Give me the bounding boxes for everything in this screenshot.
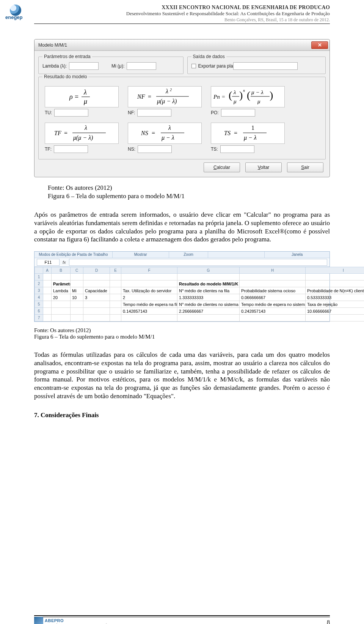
cell[interactable] [110, 294, 121, 301]
cell[interactable] [43, 294, 52, 301]
cell[interactable]: 10.66666667 [306, 308, 364, 315]
mi-input[interactable] [127, 62, 156, 70]
cell[interactable] [110, 287, 121, 294]
cell[interactable]: 0.533333333 [306, 294, 364, 301]
cell[interactable] [306, 280, 364, 287]
cell[interactable]: Lambda [52, 287, 71, 294]
cell[interactable] [240, 274, 306, 280]
row-header[interactable]: 1 [35, 274, 43, 280]
cell[interactable] [110, 274, 121, 280]
row-header[interactable]: 6 [35, 308, 43, 315]
row-header[interactable]: 2 [35, 280, 43, 287]
cell[interactable]: 2 [121, 294, 177, 301]
ts-output[interactable] [220, 145, 254, 153]
cell[interactable] [110, 280, 121, 287]
cell[interactable] [83, 308, 110, 315]
cell[interactable] [177, 274, 240, 280]
cell[interactable] [52, 315, 71, 321]
svg-text:=: = [64, 130, 67, 136]
cell[interactable] [71, 301, 83, 308]
row-header[interactable]: 5 [35, 301, 43, 308]
column-header[interactable]: D [83, 267, 110, 274]
cell[interactable] [121, 280, 177, 287]
row-header[interactable]: 4 [35, 294, 43, 301]
fx-icon[interactable]: fx [63, 260, 66, 265]
cell[interactable] [306, 274, 364, 280]
column-header[interactable]: C [71, 267, 83, 274]
row-header[interactable]: 7 [35, 315, 43, 321]
cell[interactable]: 0.242857143 [240, 308, 306, 315]
formula-input[interactable] [69, 259, 327, 266]
cell[interactable] [83, 301, 110, 308]
po-label: PO: [211, 110, 219, 115]
cell[interactable] [71, 280, 83, 287]
ns-output[interactable] [138, 145, 172, 153]
name-box[interactable]: F11 [37, 259, 60, 266]
cell[interactable]: Tempo médio de espera na fila [121, 301, 177, 308]
cell[interactable] [110, 301, 121, 308]
cell[interactable]: Nº médio de clientes na fila [177, 287, 240, 294]
tf-output[interactable] [54, 145, 88, 153]
cell[interactable] [52, 308, 71, 315]
cell[interactable]: Resultado do modelo M/M/1/K [177, 280, 240, 287]
cell[interactable] [306, 315, 364, 321]
cell[interactable] [83, 274, 110, 280]
cell[interactable] [71, 274, 83, 280]
cell[interactable] [240, 315, 306, 321]
row-header[interactable]: 3 [35, 287, 43, 294]
cell[interactable]: 3 [83, 294, 110, 301]
cell[interactable] [43, 308, 52, 315]
column-header[interactable]: A [43, 267, 52, 274]
export-path-input[interactable] [233, 62, 298, 70]
cell[interactable]: Tax. Utilização do servidor [121, 287, 177, 294]
cell[interactable]: Mi [71, 287, 83, 294]
column-header[interactable]: E [110, 267, 121, 274]
cell[interactable]: Probabilidade sistema ocioso [240, 287, 306, 294]
cell[interactable]: 20 [52, 294, 71, 301]
cell[interactable] [83, 280, 110, 287]
export-checkbox[interactable] [191, 64, 196, 68]
lambda-input[interactable] [69, 62, 99, 70]
po-output[interactable] [221, 109, 255, 117]
cell[interactable] [43, 280, 52, 287]
calcular-button[interactable]: CCalcularalcular [204, 162, 240, 172]
cell[interactable] [240, 280, 306, 287]
column-header[interactable]: G [177, 267, 240, 274]
cell[interactable]: Taxa de rejeição [306, 301, 364, 308]
cell[interactable] [43, 287, 52, 294]
voltar-button[interactable]: Voltar [245, 162, 282, 172]
column-header[interactable]: H [240, 267, 306, 274]
cell[interactable]: 0.066666667 [240, 294, 306, 301]
column-header[interactable]: F [121, 267, 177, 274]
cell[interactable] [43, 301, 52, 308]
cell[interactable]: 10 [71, 294, 83, 301]
sair-button[interactable]: Sair [287, 162, 323, 172]
cell[interactable] [43, 274, 52, 280]
cell[interactable] [121, 274, 177, 280]
cell[interactable] [110, 315, 121, 321]
conference-title: XXXII ENCONTRO NACIONAL DE ENGENHARIA DE… [34, 5, 330, 11]
cell[interactable] [71, 308, 83, 315]
column-header[interactable]: B [52, 267, 71, 274]
cell[interactable] [83, 315, 110, 321]
nf-output[interactable] [137, 109, 171, 117]
cell[interactable] [52, 274, 71, 280]
cell[interactable] [71, 315, 83, 321]
cell[interactable] [52, 301, 71, 308]
cell[interactable]: Parâmetros de entrada [52, 280, 71, 287]
cell[interactable]: Probabilidade de N(n=K) clientes no site… [306, 287, 364, 294]
cell[interactable] [43, 315, 52, 321]
cell[interactable]: Capacidade [83, 287, 110, 294]
cell[interactable]: Nº médio de clientes no sistema [177, 301, 240, 308]
cell[interactable] [121, 315, 177, 321]
cell[interactable]: 1.333333333 [177, 294, 240, 301]
cell[interactable]: 2.266666667 [177, 308, 240, 315]
cell[interactable]: Tempo médio de espera no sistema [240, 301, 306, 308]
column-header[interactable]: I [306, 267, 364, 274]
cell[interactable] [177, 315, 240, 321]
cell[interactable] [110, 308, 121, 315]
close-button[interactable]: ✕ [311, 41, 328, 49]
tu-output[interactable] [54, 109, 88, 117]
cell[interactable]: 0.142857143 [121, 308, 177, 315]
ts-label: TS: [211, 147, 218, 152]
